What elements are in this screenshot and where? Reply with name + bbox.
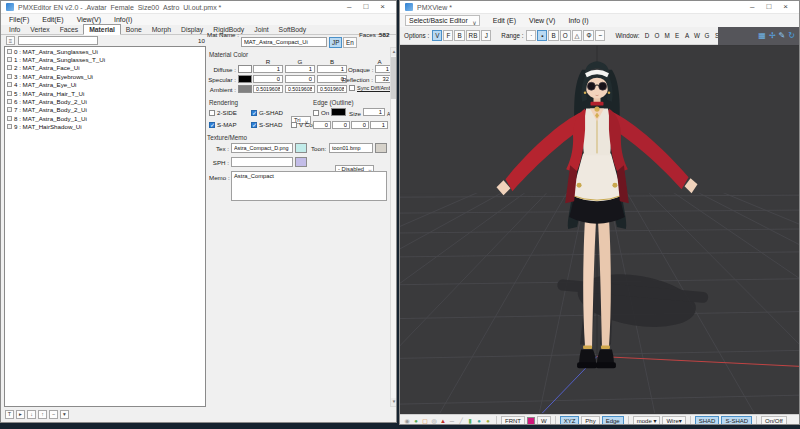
material-list-item[interactable]: 2 : MAT_Astra_Face_Ui bbox=[5, 64, 205, 72]
ambient-swatch[interactable] bbox=[238, 85, 252, 93]
options-v-button[interactable]: V bbox=[432, 30, 442, 41]
material-list-item[interactable]: 6 : MAT_Astra_Body_2_Ui bbox=[5, 97, 205, 105]
options-f-button[interactable]: F bbox=[443, 30, 453, 41]
edge-size-field[interactable] bbox=[363, 108, 385, 116]
axis-display-icon[interactable]: ▲ bbox=[439, 416, 447, 426]
options-j-button[interactable]: J bbox=[481, 30, 491, 41]
line-display-icon[interactable]: ─ bbox=[448, 416, 456, 426]
minimize-icon[interactable]: – bbox=[750, 2, 754, 12]
joint-display-icon[interactable]: ◎ bbox=[430, 416, 438, 426]
filter-icon[interactable]: ≡ bbox=[6, 36, 15, 45]
menu-edite[interactable]: Edit(E) bbox=[42, 16, 63, 23]
material-visibility-checkbox[interactable] bbox=[7, 124, 12, 129]
scroll-up-icon[interactable]: ▲ bbox=[391, 48, 397, 56]
material-list-item[interactable]: 8 : MAT_Astra_Body_1_Ui bbox=[5, 114, 205, 122]
window-w-button[interactable]: W bbox=[693, 30, 702, 41]
edge-toggle[interactable]: Edge bbox=[602, 416, 624, 426]
range-button-1[interactable]: ▪ bbox=[537, 30, 547, 41]
list-button-5[interactable]: ▾ bbox=[60, 410, 69, 419]
xyz-toggle[interactable]: XYZ bbox=[560, 416, 580, 426]
menu-info[interactable]: Info (I) bbox=[568, 17, 588, 24]
range-button-2[interactable]: B bbox=[548, 30, 558, 41]
tab-bone[interactable]: Bone bbox=[121, 25, 147, 34]
bone-display-icon[interactable]: ● bbox=[412, 416, 420, 426]
wire-display-icon[interactable]: ╱ bbox=[457, 416, 465, 426]
rotate-icon[interactable]: ↻ bbox=[788, 31, 795, 41]
material-visibility-checkbox[interactable] bbox=[7, 57, 12, 62]
material-list[interactable]: 0 : MAT_Astra_Sunglasses_Ui1 : MAT_Astra… bbox=[4, 46, 206, 407]
material-visibility-checkbox[interactable] bbox=[7, 49, 12, 54]
list-button-0[interactable]: T bbox=[5, 410, 14, 419]
name-en-button[interactable]: En bbox=[343, 37, 357, 48]
menu-edit[interactable]: Edit (E) bbox=[493, 17, 516, 24]
list-button-1[interactable]: ▸ bbox=[16, 410, 25, 419]
material-list-item[interactable]: 4 : MAT_Astra_Eye_Ui bbox=[5, 81, 205, 89]
memo-textarea[interactable]: Astra_Compact bbox=[231, 171, 387, 201]
mode-dropdown[interactable]: mode ▾ bbox=[633, 416, 661, 426]
edit-pencil-icon[interactable]: ✎ bbox=[779, 31, 786, 41]
maximize-icon[interactable]: □ bbox=[766, 2, 771, 12]
two-side-checkbox[interactable] bbox=[209, 110, 215, 116]
menu-infoi[interactable]: Info(I) bbox=[114, 16, 132, 23]
dot-teal-icon[interactable]: ● bbox=[475, 416, 483, 426]
scroll-down-icon[interactable]: ▼ bbox=[391, 398, 397, 406]
tab-info[interactable]: Info bbox=[4, 25, 25, 34]
range-button-0[interactable]: · bbox=[526, 30, 536, 41]
toon-field[interactable] bbox=[329, 143, 373, 153]
diffuse-b-field[interactable] bbox=[317, 65, 347, 73]
range-button-6[interactable]: ~ bbox=[595, 30, 605, 41]
v-color-checkbox[interactable] bbox=[291, 122, 297, 128]
window-g-button[interactable]: G bbox=[703, 30, 712, 41]
window-d-button[interactable]: D bbox=[643, 30, 652, 41]
s-shad-toggle[interactable]: S-SHAD bbox=[721, 416, 752, 426]
material-filter-input[interactable] bbox=[18, 36, 98, 45]
material-list-item[interactable]: 3 : MAT_Astra_Eyebrows_Ui bbox=[5, 72, 205, 80]
window-m-button[interactable]: M bbox=[663, 30, 672, 41]
sync-diff-amb-checkbox[interactable] bbox=[349, 85, 355, 91]
on-off-button[interactable]: On/Off bbox=[761, 416, 787, 426]
list-button-4[interactable]: − bbox=[49, 410, 58, 419]
s-map-checkbox[interactable] bbox=[209, 122, 215, 128]
material-list-item[interactable]: 5 : MAT_Astra_Hair_T_Ui bbox=[5, 89, 205, 97]
close-icon[interactable]: × bbox=[783, 2, 788, 12]
options-b-button[interactable]: B bbox=[454, 30, 464, 41]
w-button[interactable]: W bbox=[537, 416, 551, 426]
diffuse-r-field[interactable] bbox=[253, 65, 283, 73]
edge-r-field[interactable] bbox=[313, 121, 331, 129]
close-icon[interactable]: × bbox=[380, 2, 385, 12]
bar-display-icon[interactable]: ▮ bbox=[466, 416, 474, 426]
viewport-3d[interactable] bbox=[400, 45, 799, 414]
material-visibility-checkbox[interactable] bbox=[7, 91, 12, 96]
specular-r-field[interactable] bbox=[253, 75, 283, 83]
wire-dropdown[interactable]: Wire▾ bbox=[662, 416, 685, 426]
viewport-canvas[interactable] bbox=[400, 45, 799, 414]
edge-b-field[interactable] bbox=[351, 121, 369, 129]
rigid-display-icon[interactable]: ▢ bbox=[421, 416, 429, 426]
g-shad-checkbox[interactable] bbox=[251, 110, 257, 116]
ambient-r-field[interactable] bbox=[253, 85, 283, 93]
tab-morph[interactable]: Morph bbox=[147, 25, 176, 34]
list-button-3[interactable]: ↑ bbox=[38, 410, 47, 419]
range-button-4[interactable]: △ bbox=[572, 30, 583, 41]
tab-material[interactable]: Material bbox=[83, 24, 121, 35]
tex-field[interactable] bbox=[231, 143, 293, 153]
grid-view-icon[interactable]: ▦ bbox=[758, 31, 766, 41]
edge-g-field[interactable] bbox=[332, 121, 350, 129]
sph-preview-swatch[interactable] bbox=[295, 157, 307, 167]
options-rb-button[interactable]: RB bbox=[466, 30, 481, 41]
tex-preview-swatch[interactable] bbox=[295, 143, 307, 153]
toon-button[interactable] bbox=[375, 143, 387, 153]
pmxview-titlebar[interactable]: PMXView * – □ × bbox=[400, 1, 799, 14]
tab-display[interactable]: Display bbox=[176, 25, 208, 34]
range-button-3[interactable]: O bbox=[560, 30, 571, 41]
material-list-item[interactable]: 7 : MAT_Astra_Body_2_Ui bbox=[5, 106, 205, 114]
material-list-item[interactable]: 0 : MAT_Astra_Sunglasses_Ui bbox=[5, 47, 205, 55]
specular-swatch[interactable] bbox=[238, 75, 252, 83]
list-button-2[interactable]: ↓ bbox=[27, 410, 36, 419]
diffuse-g-field[interactable] bbox=[285, 65, 315, 73]
highlight-color-swatch[interactable] bbox=[527, 417, 535, 425]
material-list-item[interactable]: 1 : MAT_Astra_Sunglasses_T_Ui bbox=[5, 55, 205, 63]
diffuse-swatch[interactable] bbox=[238, 65, 252, 73]
material-visibility-checkbox[interactable] bbox=[7, 107, 12, 112]
material-visibility-checkbox[interactable] bbox=[7, 99, 12, 104]
